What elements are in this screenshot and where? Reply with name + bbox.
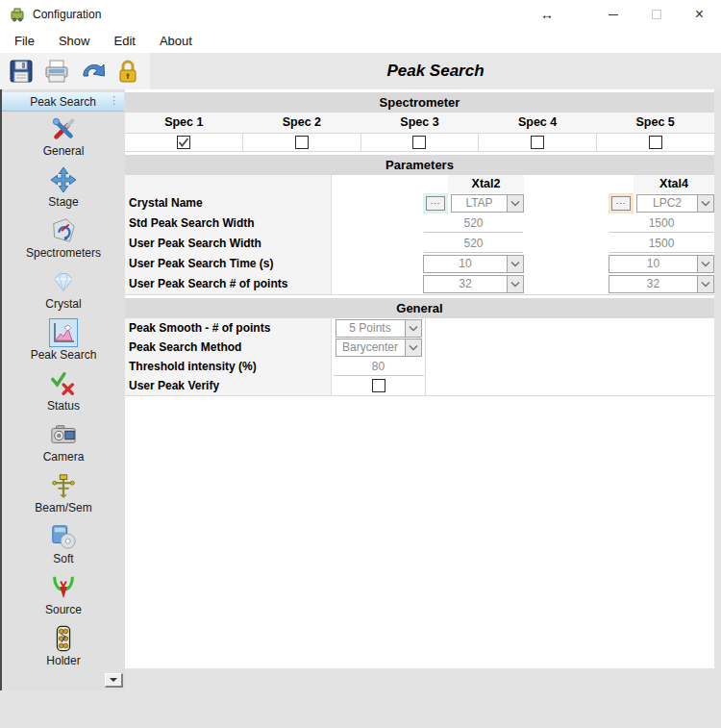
sidebar-item-status[interactable]: Status [2, 367, 125, 418]
minimize-button[interactable] [591, 0, 634, 29]
sidebar-item-label: Status [47, 399, 80, 413]
sidebar-item-peak-search[interactable]: Peak Search [2, 316, 125, 367]
xtal4-time-dropdown[interactable]: 10 [609, 255, 714, 273]
spectrometer-section-header: Spectrometer [125, 92, 714, 113]
xtal2-points-dropdown[interactable]: 32 [423, 275, 524, 293]
spec2-header: Spec 2 [243, 113, 361, 133]
sidebar-item-soft[interactable]: Soft [2, 520, 125, 571]
grip-dots-icon: ⋮ [109, 94, 119, 107]
xtal2-browse-button[interactable]: ... [426, 196, 445, 211]
chevron-down-icon [697, 195, 713, 212]
sample-holder-icon [49, 624, 78, 653]
peak-smooth-row: Peak Smooth - # of points 5 Points [125, 318, 714, 338]
spec5-header: Spec 5 [596, 113, 714, 133]
sidebar-item-label: Crystal [45, 297, 81, 311]
move-arrows-icon [49, 165, 78, 194]
sidebar-item-beam-sem[interactable]: Beam/Sem [2, 469, 125, 520]
menu-show[interactable]: Show [59, 31, 103, 51]
row-label: User Peak Search Time (s) [125, 254, 332, 274]
maximize-button[interactable] [634, 0, 678, 29]
spectrometer-icon [49, 216, 78, 245]
threshold-intensity-field[interactable]: 80 [334, 358, 424, 376]
spec1-checkbox[interactable] [177, 136, 190, 149]
xtal4-crystal-dropdown[interactable]: LPC2 [636, 194, 714, 213]
right-margin [714, 89, 721, 728]
dropdown-value: 5 Points [336, 320, 405, 337]
chevron-down-icon [405, 320, 421, 337]
print-button[interactable] [38, 55, 74, 88]
sidebar-item-general[interactable]: General [2, 113, 125, 163]
spec2-checkbox[interactable] [295, 136, 309, 149]
row-label: Peak Smooth - # of points [125, 318, 332, 338]
close-button[interactable]: × [678, 0, 721, 29]
dropdown-value: 32 [609, 276, 697, 292]
general-section-header: General [125, 298, 714, 318]
redo-button[interactable] [74, 55, 110, 88]
std-peak-search-width-row: Std Peak Search Width 520 1500 [125, 213, 714, 234]
row-label: Crystal Name [125, 193, 332, 213]
row-label: Peak Search Method [125, 338, 332, 357]
xtal2-std-width-field[interactable]: 520 [424, 213, 523, 233]
sidebar-item-label: Holder [46, 654, 80, 667]
xtal4-browse-button[interactable]: ... [611, 196, 631, 211]
diamond-icon [49, 267, 78, 296]
user-peak-search-points-row: User Peak Search # of points 32 32 [125, 274, 714, 294]
xtal4-points-dropdown[interactable]: 32 [609, 275, 714, 293]
xtal-header-row: Xtal2 Xtal4 [125, 175, 714, 193]
crystal-name-row: Crystal Name ... LTAP ... LPC2 [125, 193, 714, 213]
minimize-icon [609, 14, 618, 15]
spec3-header: Spec 3 [360, 113, 479, 133]
spec1-header: Spec 1 [125, 113, 243, 133]
xtal4-header: Xtal4 [634, 175, 714, 193]
lock-button[interactable] [110, 55, 145, 88]
chevron-down-icon [507, 276, 523, 292]
sidebar-item-label: Beam/Sem [35, 501, 91, 515]
sidebar-item-camera[interactable]: Camera [2, 418, 125, 469]
sidebar-item-spectrometers[interactable]: Spectrometers [2, 214, 125, 265]
row-label: Std Peak Search Width [125, 213, 332, 234]
xtal4-std-width-field[interactable]: 1500 [609, 213, 713, 233]
xtal2-crystal-dropdown[interactable]: LTAP [451, 194, 524, 213]
check-cross-icon [49, 369, 78, 398]
sidebar-scroll-down-button[interactable] [105, 673, 123, 688]
menu-edit[interactable]: Edit [113, 31, 147, 51]
sidebar-item-source[interactable]: Source [2, 571, 125, 622]
user-peak-verify-checkbox[interactable] [372, 379, 385, 392]
sidebar-header[interactable]: Peak Search ⋮ [2, 92, 124, 112]
chevron-down-icon [110, 678, 117, 682]
filament-icon [49, 573, 78, 602]
xtal2-time-dropdown[interactable]: 10 [423, 255, 524, 273]
user-peak-search-time-row: User Peak Search Time (s) 10 10 [125, 254, 714, 274]
sidebar-item-label: Source [45, 603, 82, 616]
title-bar: Configuration ↔ × [0, 0, 721, 29]
row-label: User Peak Verify [125, 376, 332, 395]
sidebar-item-holder[interactable]: Holder [2, 622, 125, 673]
peak-search-method-dropdown[interactable]: Barycenter [336, 339, 422, 357]
menu-about[interactable]: About [160, 31, 205, 51]
menu-file[interactable]: File [14, 31, 47, 51]
spec5-checkbox[interactable] [649, 136, 662, 149]
parameters-section-header: Parameters [125, 155, 714, 175]
sidebar-item-label: Soft [53, 552, 73, 565]
xtal4-user-width-field[interactable]: 1500 [609, 234, 713, 253]
close-icon: × [695, 7, 704, 22]
spec3-checkbox[interactable] [412, 136, 426, 149]
window-title: Configuration [33, 8, 101, 21]
peak-smooth-dropdown[interactable]: 5 Points [336, 319, 422, 338]
toolbar: Peak Search [0, 53, 721, 89]
resize-arrows-icon[interactable]: ↔ [535, 0, 559, 29]
main-panel: Spectrometer Spec 1 Spec 2 Spec 3 Spec 4… [125, 89, 714, 668]
sidebar-item-crystal[interactable]: Crystal [2, 265, 125, 316]
spec-header-row: Spec 1 Spec 2 Spec 3 Spec 4 Spec 5 [125, 113, 714, 133]
user-peak-verify-row: User Peak Verify [125, 376, 714, 395]
spec-checkbox-row [125, 133, 714, 152]
spec4-checkbox[interactable] [531, 136, 544, 149]
threshold-intensity-row: Threshold intensity (%) 80 [125, 357, 714, 376]
sidebar-item-stage[interactable]: Stage [2, 163, 125, 214]
page-title: Peak Search [150, 53, 721, 89]
save-button[interactable] [3, 55, 38, 88]
xtal2-user-width-field[interactable]: 520 [424, 234, 523, 253]
save-icon [8, 58, 35, 85]
software-icon [49, 522, 78, 551]
sidebar-header-label: Peak Search [30, 95, 96, 109]
